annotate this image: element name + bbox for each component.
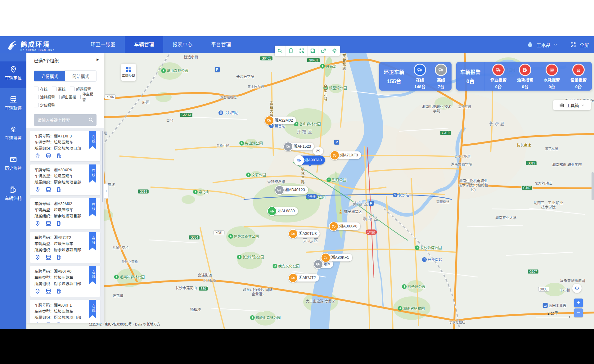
map-view[interactable]: 智造小镇乌山森林公园长沙医学院黄金园互通观音岩枢纽月亮岛银星湾公园麻园长沙西站白… [26, 53, 594, 329]
pin-icon [0, 61, 26, 73]
locate-pin-icon[interactable] [34, 220, 41, 227]
type-value: 垃圾压缩车 [54, 242, 74, 246]
fuel-icon[interactable] [56, 220, 62, 227]
map-scale: 2 公里 [536, 310, 570, 318]
locate-button[interactable] [572, 284, 582, 293]
filter-checkbox[interactable]: 超出围栏 [55, 93, 76, 101]
checkbox-icon[interactable] [76, 95, 81, 99]
sidebar-item[interactable]: 车辆轨迹 [0, 92, 26, 118]
fuel-icon[interactable] [56, 186, 62, 193]
zoom-out-button[interactable]: − [574, 308, 583, 317]
vehicle-marker[interactable]: 湘AD40123 [276, 186, 308, 194]
locate-pin-icon[interactable] [34, 288, 41, 294]
fuel-icon[interactable] [56, 254, 62, 260]
search-icon[interactable] [88, 117, 94, 123]
checkbox-icon[interactable] [34, 95, 38, 99]
locate-pin-icon[interactable] [34, 153, 41, 159]
nav-tab[interactable]: 车辆管理 [125, 36, 163, 53]
vehicle-card[interactable]: 车牌号码：湘A32M02 车辆类型：垃圾压缩车 所属组织：厨余垃圾项目部 在线 [30, 198, 100, 229]
filter-label: 油耗报警 [40, 94, 55, 100]
locate-pin-icon[interactable] [34, 254, 41, 260]
vehicle-marker[interactable]: 29 [313, 147, 323, 155]
sidebar-item[interactable]: 历史监控 [0, 152, 26, 178]
filter-checkbox[interactable]: 油耗报警 [34, 93, 55, 101]
vehicle-marker[interactable]: 湘A57JT2 [289, 274, 319, 282]
org-field-label: 所属组织： [34, 316, 54, 320]
vehicle-marker[interactable]: 湘A30TU3 [289, 230, 320, 238]
fullscreen-label[interactable]: 全屏 [580, 42, 589, 48]
toolbox-button[interactable]: 工具箱 [553, 100, 591, 110]
filter-checkbox[interactable]: 在线 [34, 85, 52, 93]
vehicle-marker[interactable]: 湘A90TA0 [295, 156, 325, 165]
filter-checkbox[interactable]: 离线 [52, 85, 70, 93]
track-bus-icon[interactable] [45, 322, 52, 323]
metro-station-icon [218, 110, 223, 115]
org-selector[interactable]: 已选7个组织 ▶ [26, 53, 104, 67]
vehicle-card[interactable]: 车牌号码：湘A80KF1 车辆类型：垃圾压缩车 所属组织：厨余垃圾项目部 在线 [30, 300, 100, 323]
track-bus-icon[interactable] [45, 186, 52, 193]
zoom-in-button[interactable]: + [574, 299, 583, 307]
track-bus-icon[interactable] [45, 288, 52, 294]
search-input[interactable] [37, 114, 88, 126]
map-place-label: 湖南生物机电职业 技术学院(马坡岭校区) [458, 179, 488, 192]
vehicle-marker[interactable]: 湘AL8839 [268, 207, 298, 215]
place-name: 麻园 [142, 100, 150, 105]
map-place-label: 观音岩枢纽 [220, 95, 237, 99]
nav-tab[interactable]: 报表中心 [163, 36, 202, 53]
area-search-icon[interactable] [275, 46, 285, 56]
sidebar-item[interactable]: 车辆定位 [0, 61, 26, 88]
place-name: 金桥互通 [216, 143, 229, 148]
vehicle-marker[interactable]: 湘A30XP6 [330, 222, 360, 230]
vehicle-type-button[interactable]: 车辆类型 [121, 64, 136, 81]
locate-pin-icon[interactable] [34, 322, 41, 323]
vehicle-marker[interactable]: 湘A32M02 [265, 117, 296, 124]
fuel-icon[interactable] [56, 322, 62, 323]
checkbox-icon[interactable] [70, 87, 74, 91]
vehicle-marker[interactable]: 湘A71XF3 [331, 151, 361, 159]
panel-scrollbar-thumb[interactable] [102, 131, 103, 202]
user-name[interactable]: 王水晶 [537, 42, 551, 48]
fullscreen-icon[interactable] [296, 46, 307, 56]
sidebar-item[interactable]: 车辆油耗 [0, 182, 26, 209]
truck-marker-icon [329, 222, 339, 231]
map-place-label: 望月公园 [326, 177, 346, 182]
fuel-icon[interactable] [56, 288, 62, 294]
filter-checkbox[interactable]: 定位报警 [34, 101, 56, 109]
panel-collapse-handle[interactable]: ‹ [104, 184, 109, 199]
vehicle-card[interactable]: 车牌号码：湘A90TA0 车辆类型：垃圾压缩车 所属组织：厨余垃圾项目部 在线 [30, 266, 100, 297]
checkbox-icon[interactable] [52, 87, 56, 91]
track-bus-icon[interactable] [45, 254, 52, 260]
export-icon[interactable] [318, 46, 329, 56]
settings-icon[interactable] [329, 46, 340, 56]
filter-checkbox[interactable]: 停车报警 [76, 93, 97, 101]
map-place-label: 李家塘枢纽 [449, 320, 466, 324]
save-icon[interactable] [307, 46, 318, 56]
checkbox-icon[interactable] [55, 95, 60, 99]
locate-pin-icon[interactable] [34, 186, 41, 193]
page-scrollbar[interactable] [592, 172, 594, 200]
fuel-icon[interactable] [56, 153, 62, 159]
nav-tab[interactable]: 平台管理 [202, 36, 240, 53]
vehicle-card[interactable]: 车牌号码：湘A57JT2 车辆类型：垃圾压缩车 所属组织：厨余垃圾项目部 在线 [30, 232, 100, 263]
plate-value: 湘A90TA0 [54, 269, 72, 274]
vehicle-card[interactable]: 车牌号码：湘A71XF3 车辆类型：垃圾压缩车 所属组织：厨余垃圾项目部 在线 [30, 131, 100, 161]
vehicle-marker[interactable]: 湘A80KF1 [322, 254, 352, 262]
org-value: 厨余垃圾项目部 [54, 146, 81, 151]
chevron-down-icon[interactable] [553, 43, 558, 47]
type-field-label: 车辆类型： [34, 208, 54, 212]
vehicle-card[interactable]: 车牌号码：湘A30XP6 车辆类型：垃圾压缩车 所属组织：厨余垃圾项目部 在线 [30, 164, 100, 195]
mode-tab[interactable]: 详情模式 [34, 71, 65, 81]
filter-label: 超出围栏 [61, 94, 76, 100]
fullscreen-icon[interactable] [570, 42, 576, 48]
checkbox-icon[interactable] [34, 103, 38, 107]
track-bus-icon[interactable] [45, 220, 52, 227]
screenshot-icon[interactable] [285, 46, 296, 56]
plate-value: 湘A71XF3 [54, 134, 72, 138]
mode-tab[interactable]: 简洁模式 [65, 71, 96, 81]
nav-tab[interactable]: 环卫一张图 [81, 36, 125, 53]
checkbox-icon[interactable] [34, 87, 38, 91]
vehicle-marker[interactable]: 湘AF1523 [284, 143, 314, 151]
sidebar-item[interactable]: 车辆监控 [0, 122, 26, 148]
stats-alarms-title: 车辆报警 [460, 68, 481, 75]
track-bus-icon[interactable] [45, 153, 52, 159]
